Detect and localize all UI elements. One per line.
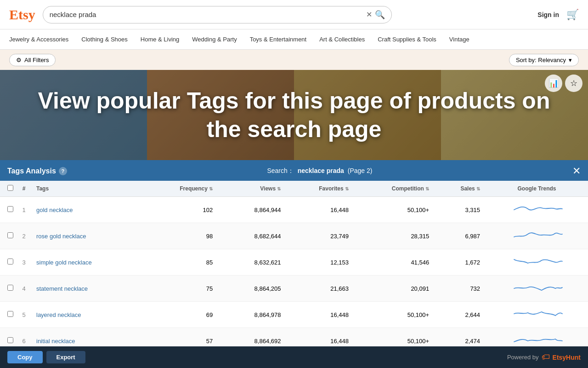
row-frequency: 85 [141, 249, 224, 276]
col-trends: Google Trends [486, 181, 588, 197]
hero-overlay: View popular Tags for this page of produ… [0, 70, 588, 160]
row-tag[interactable]: simple gold necklace [31, 249, 141, 276]
sparkline-chart [512, 305, 562, 322]
row-frequency: 98 [141, 223, 224, 249]
row-checkbox[interactable] [0, 302, 17, 328]
row-favorites: 16,448 [286, 197, 354, 223]
row-trend [486, 249, 588, 276]
table-row: 1 gold necklace 102 8,864,944 16,448 50,… [0, 197, 588, 223]
nav-item-wedding[interactable]: Wedding & Party [192, 36, 237, 43]
search-input[interactable] [50, 11, 366, 18]
row-favorites: 23,749 [286, 223, 354, 249]
row-competition: 20,091 [354, 276, 435, 302]
row-sales: 732 [435, 276, 486, 302]
tags-title-group: Tags Analysis ? [7, 167, 67, 175]
col-tags[interactable]: Tags [31, 181, 141, 197]
tag-link[interactable]: simple gold necklace [36, 259, 92, 266]
row-select-checkbox[interactable] [7, 337, 13, 343]
nav-item-vintage[interactable]: Vintage [449, 36, 469, 43]
row-trend [486, 276, 588, 302]
nav-item-art[interactable]: Art & Collectibles [319, 36, 365, 43]
tag-link[interactable]: initial necklace [36, 338, 75, 345]
row-favorites: 21,663 [286, 276, 354, 302]
search-submit-button[interactable]: 🔍 [375, 10, 385, 20]
help-icon[interactable]: ? [59, 167, 67, 175]
row-favorites: 12,153 [286, 249, 354, 276]
row-select-checkbox[interactable] [7, 206, 13, 212]
row-checkbox[interactable] [0, 276, 17, 302]
nav-item-craft[interactable]: Craft Supplies & Tools [378, 36, 436, 43]
nav-item-clothing[interactable]: Clothing & Shoes [81, 36, 127, 43]
row-tag[interactable]: gold necklace [31, 197, 141, 223]
sparkline-chart [512, 201, 562, 217]
row-tag[interactable]: layered necklace [31, 302, 141, 328]
nav-item-jewelry[interactable]: Jewelry & Accessories [9, 36, 68, 43]
col-competition[interactable]: Competition ⇅ [354, 181, 435, 197]
nav-item-home[interactable]: Home & Living [141, 36, 180, 43]
row-trend [486, 223, 588, 249]
nav-item-toys[interactable]: Toys & Entertainment [250, 36, 307, 43]
row-checkbox[interactable] [0, 249, 17, 276]
table-row: 3 simple gold necklace 85 8,632,621 12,1… [0, 249, 588, 276]
tag-link[interactable]: layered necklace [36, 311, 81, 318]
row-select-checkbox[interactable] [7, 311, 13, 317]
sort-button[interactable]: Sort by: Relevancy ▾ [509, 54, 579, 66]
export-button[interactable]: Export [46, 351, 85, 363]
row-competition: 28,315 [354, 223, 435, 249]
sign-in-link[interactable]: Sign in [537, 11, 559, 18]
top-bar: Etsy ✕ 🔍 Sign in 🛒 [0, 0, 588, 29]
etsyhunt-logo-icon: 🏷 [542, 352, 550, 362]
hero-icon-bar: 📊 ☆ [545, 75, 582, 92]
table-header-row: # Tags Frequency ⇅ Views ⇅ Favorites ⇅ C… [0, 181, 588, 197]
table-row: 2 rose gold necklace 98 8,682,644 23,749… [0, 223, 588, 249]
col-views[interactable]: Views ⇅ [224, 181, 286, 197]
row-competition: 50,100+ [354, 197, 435, 223]
row-num: 2 [17, 223, 31, 249]
tag-link[interactable]: gold necklace [36, 207, 73, 213]
row-checkbox[interactable] [0, 197, 17, 223]
chart-icon-button[interactable]: 📊 [545, 75, 562, 92]
row-tag[interactable]: rose gold necklace [31, 223, 141, 249]
col-frequency[interactable]: Frequency ⇅ [141, 181, 224, 197]
row-frequency: 102 [141, 197, 224, 223]
tags-panel: Tags Analysis ? Search： necklace prada (… [0, 160, 588, 368]
col-favorites[interactable]: Favorites ⇅ [286, 181, 354, 197]
tags-panel-close-button[interactable]: ✕ [572, 166, 581, 176]
row-num: 5 [17, 302, 31, 328]
row-num: 3 [17, 249, 31, 276]
cart-icon[interactable]: 🛒 [566, 9, 579, 21]
row-trend [486, 302, 588, 328]
row-competition: 50,100+ [354, 302, 435, 328]
row-views: 8,864,944 [224, 197, 286, 223]
col-sales[interactable]: Sales ⇅ [435, 181, 486, 197]
row-favorites: 16,448 [286, 302, 354, 328]
col-checkbox[interactable] [0, 181, 17, 197]
sort-label: Sort by: Relevancy [516, 57, 566, 63]
sparkline-chart [512, 253, 562, 270]
etsyhunt-brand-label: EtsyHunt [553, 354, 581, 361]
star-icon-button[interactable]: ☆ [565, 75, 582, 92]
tag-link[interactable]: rose gold necklace [36, 233, 86, 240]
row-views: 8,682,644 [224, 223, 286, 249]
row-tag[interactable]: statement necklace [31, 276, 141, 302]
footer-left: Copy Export [7, 351, 85, 363]
search-info: Search： necklace prada (Page 2) [267, 167, 372, 175]
row-views: 8,864,978 [224, 302, 286, 328]
all-filters-button[interactable]: ⚙ All Filters [9, 54, 56, 66]
top-bar-right: Sign in 🛒 [537, 9, 579, 21]
select-all-checkbox[interactable] [7, 185, 13, 191]
copy-button[interactable]: Copy [7, 351, 43, 363]
row-select-checkbox[interactable] [7, 259, 13, 264]
tags-panel-header: Tags Analysis ? Search： necklace prada (… [0, 161, 588, 181]
table-row: 5 layered necklace 69 8,864,978 16,448 5… [0, 302, 588, 328]
tag-link[interactable]: statement necklace [36, 285, 88, 292]
row-checkbox[interactable] [0, 223, 17, 249]
row-sales: 1,672 [435, 249, 486, 276]
row-select-checkbox[interactable] [7, 232, 13, 238]
etsy-logo[interactable]: Etsy [9, 7, 35, 23]
row-select-checkbox[interactable] [7, 285, 13, 291]
chevron-down-icon: ▾ [569, 57, 572, 63]
search-clear-button[interactable]: ✕ [366, 10, 372, 19]
filter-icon: ⚙ [16, 57, 22, 63]
filter-label: All Filters [24, 57, 49, 63]
